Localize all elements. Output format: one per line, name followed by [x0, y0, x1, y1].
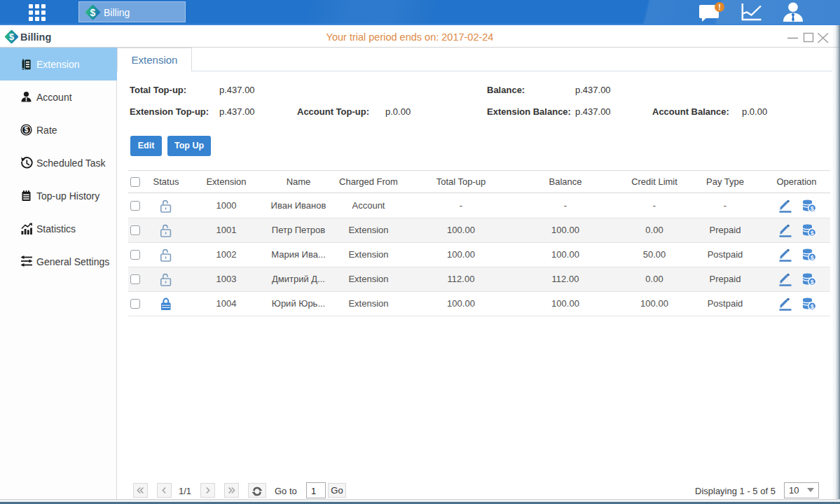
svg-text:$: $ [25, 126, 29, 134]
svg-text:$: $ [811, 230, 814, 237]
svg-text:!: ! [718, 3, 721, 11]
svg-text:$: $ [811, 205, 814, 212]
svg-text:$: $ [90, 7, 96, 18]
svg-text:$: $ [811, 254, 814, 261]
svg-text:$: $ [9, 31, 14, 42]
svg-text:$: $ [811, 303, 814, 310]
svg-text:$: $ [811, 279, 814, 286]
